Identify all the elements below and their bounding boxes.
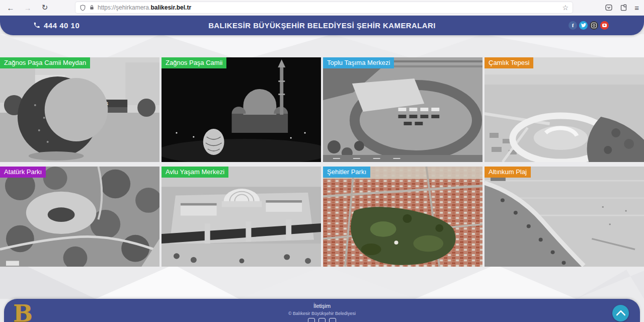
- camera-label: Toplu Taşıma Merkezi: [323, 57, 394, 68]
- camera-tile-ataturk-parki[interactable]: Atatürk Parkı: [0, 167, 159, 267]
- camera-feed-image: [323, 167, 482, 267]
- url-text: https://şehirkamera.balikesir.bel.tr: [98, 4, 562, 11]
- camera-label: Çamlık Tepesi: [485, 57, 533, 68]
- facebook-icon[interactable]: f: [569, 21, 577, 30]
- reload-icon[interactable]: ↻: [38, 1, 51, 14]
- instagram-outline-icon[interactable]: [329, 318, 336, 322]
- camera-feed-image: [485, 57, 644, 162]
- contact-link[interactable]: İletişim: [313, 303, 331, 309]
- camera-label: Zağnos Paşa Camii Meydan: [0, 57, 90, 68]
- copyright-text: © Balıkesir Büyükşehir Belediyesi: [4, 311, 640, 316]
- back-icon[interactable]: ←: [4, 1, 17, 14]
- extension-icon[interactable]: [620, 4, 627, 12]
- main-content: BALBUCKS Zağnos Paşa Camii Meydan: [0, 34, 644, 299]
- menu-icon[interactable]: ≡: [634, 4, 639, 12]
- camera-grid: BALBUCKS Zağnos Paşa Camii Meydan: [0, 57, 644, 267]
- camera-label: Avlu Yaşam Merkezi: [162, 167, 228, 178]
- browser-toolbar: ← → ↻ https://şehirkamera.balikesir.bel.…: [0, 0, 644, 16]
- camera-tile-toplu-tasima-merkezi[interactable]: Toplu Taşıma Merkezi: [323, 57, 482, 162]
- phone-contact[interactable]: 444 40 10: [33, 21, 79, 30]
- camera-tile-zagnos-pasa-camii-meydan[interactable]: BALBUCKS Zağnos Paşa Camii Meydan: [0, 57, 159, 162]
- address-bar[interactable]: https://şehirkamera.balikesir.bel.tr ☆: [75, 2, 573, 13]
- shield-icon[interactable]: [79, 5, 86, 11]
- camera-feed-image: [485, 167, 644, 267]
- camera-tile-altinkum-plaj[interactable]: Altınkum Plaj: [485, 167, 644, 267]
- pocket-icon[interactable]: [605, 4, 613, 12]
- camera-tile-sehitler-parki[interactable]: Şehitler Parkı: [323, 167, 482, 267]
- twitter-outline-icon[interactable]: [318, 318, 326, 322]
- youtube-icon[interactable]: [600, 21, 609, 30]
- camera-feed-image: [0, 167, 159, 267]
- chevron-up-icon: [616, 309, 626, 319]
- phone-number: 444 40 10: [44, 21, 79, 30]
- page-title: BALIKESİR BÜYÜKŞEHİR BELEDİYESİ ŞEHİR KA…: [0, 21, 644, 30]
- camera-label: Zağnos Paşa Camii: [162, 57, 226, 68]
- camera-tile-avlu-yasam-merkezi[interactable]: Avlu Yaşam Merkezi: [162, 167, 321, 267]
- twitter-icon[interactable]: [579, 21, 588, 30]
- camera-tile-zagnos-pasa-camii[interactable]: Zağnos Paşa Camii: [162, 57, 321, 162]
- camera-label: Şehitler Parkı: [323, 167, 370, 178]
- scroll-to-top-button[interactable]: [612, 305, 629, 321]
- camera-feed-image: [162, 167, 321, 267]
- site-footer: B İletişim © Balıkesir Büyükşehir Beledi…: [4, 299, 640, 322]
- municipality-logo[interactable]: B: [13, 302, 33, 322]
- lock-icon: [89, 5, 95, 11]
- camera-feed-image: [323, 57, 482, 162]
- camera-tile-camlik-tepesi[interactable]: Çamlık Tepesi: [485, 57, 644, 162]
- camera-label: Altınkum Plaj: [485, 167, 531, 178]
- site-header: 444 40 10 BALIKESİR BÜYÜKŞEHİR BELEDİYES…: [0, 15, 644, 35]
- phone-icon: [33, 22, 40, 29]
- forward-icon[interactable]: →: [21, 1, 34, 14]
- camera-label: Atatürk Parkı: [0, 167, 46, 178]
- camera-feed-image: [162, 57, 321, 162]
- camera-feed-image: BALBUCKS: [0, 57, 159, 162]
- facebook-outline-icon[interactable]: [308, 318, 315, 322]
- instagram-icon[interactable]: [590, 21, 598, 30]
- footer-social-links: [4, 318, 640, 322]
- bookmark-star-icon[interactable]: ☆: [562, 4, 569, 12]
- social-links: f: [569, 21, 609, 30]
